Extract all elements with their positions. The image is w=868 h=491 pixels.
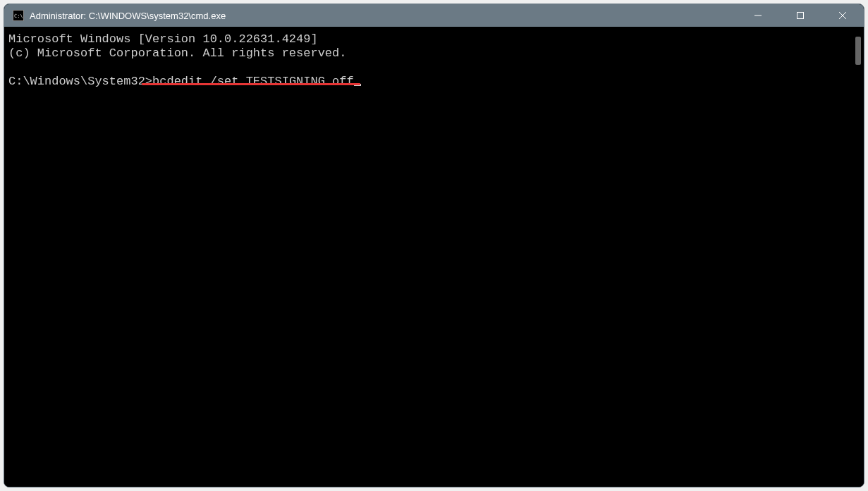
cmd-icon: C:\ <box>13 10 24 21</box>
svg-rect-2 <box>797 13 804 19</box>
svg-text:C:\: C:\ <box>14 13 23 19</box>
close-button[interactable] <box>821 4 864 27</box>
minimize-icon <box>754 12 762 19</box>
terminal-command: bcdedit /set TESTSIGNING off <box>152 75 354 88</box>
terminal-line: Microsoft Windows [Version 10.0.22631.42… <box>8 32 318 46</box>
terminal-prompt: C:\Windows\System32> <box>8 75 152 88</box>
minimize-button[interactable] <box>737 4 779 27</box>
red-underline-annotation <box>142 83 360 85</box>
terminal-content: Microsoft Windows [Version 10.0.22631.42… <box>8 32 850 89</box>
close-icon <box>839 12 846 19</box>
scrollbar-thumb[interactable] <box>855 37 861 65</box>
terminal-line: (c) Microsoft Corporation. All rights re… <box>8 46 346 60</box>
terminal-area[interactable]: Microsoft Windows [Version 10.0.22631.42… <box>4 27 864 487</box>
window-title: Administrator: C:\WINDOWS\system32\cmd.e… <box>30 11 226 21</box>
maximize-button[interactable] <box>779 4 821 27</box>
scrollbar-track[interactable] <box>852 30 862 484</box>
cmd-window: C:\ Administrator: C:\WINDOWS\system32\c… <box>4 4 864 487</box>
maximize-icon <box>797 12 804 19</box>
title-bar[interactable]: C:\ Administrator: C:\WINDOWS\system32\c… <box>4 4 864 27</box>
